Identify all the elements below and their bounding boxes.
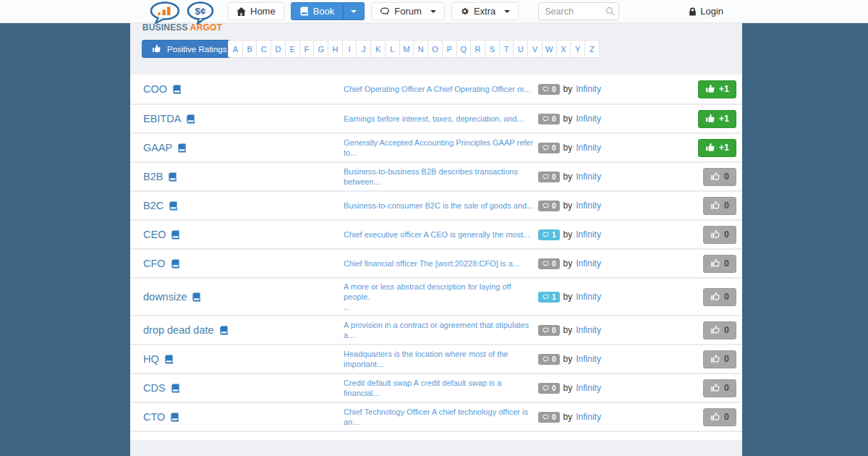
by-label: by [563,258,573,269]
alphabet-letter-b[interactable]: B [242,40,258,58]
chevron-down-icon [504,10,510,13]
thumbs-up-outline-icon [710,354,720,364]
alphabet-letter-f[interactable]: F [299,40,315,58]
alphabet-letter-n[interactable]: N [413,40,428,58]
term-link[interactable]: CFO [143,258,166,269]
brand-logo[interactable]: $¢ BUSINESS ARGOT [140,1,225,33]
alphabet-letter-p[interactable]: P [442,40,457,58]
term-description[interactable]: Chief Technology Officer A chief technol… [344,407,538,427]
book-dropdown-toggle[interactable] [343,2,365,20]
author-link[interactable]: Infinity [576,354,601,364]
rating-button[interactable]: 0 [703,321,736,339]
author-link[interactable]: Infinity [576,200,601,211]
rating-button[interactable]: 0 [703,226,736,244]
alphabet-nav: ABCDEFGHIJKLMNOPQRSTUVWXYZ [228,40,600,58]
thumbs-up-outline-icon [710,172,720,182]
thumbs-up-outline-icon [710,325,720,335]
comment-count-badge: 0 [538,200,560,211]
author-link[interactable]: Infinity [576,143,601,153]
comment-count-badge: 0 [538,143,560,153]
alphabet-letter-j[interactable]: J [356,40,371,58]
alphabet-letter-o[interactable]: O [427,40,443,58]
term-link[interactable]: CTO [143,411,165,423]
term-link[interactable]: GAAP [143,142,172,153]
term-link[interactable]: HQ [143,353,159,365]
author-link[interactable]: Infinity [576,325,601,335]
alphabet-letter-i[interactable]: I [342,40,357,58]
book-icon [169,201,178,211]
term-description[interactable]: Chief financial officer The [wort:20228:… [344,258,538,269]
term-description[interactable]: Chief Operating Officer A Chief Operatin… [344,84,538,94]
alphabet-letter-d[interactable]: D [271,40,286,58]
term-description[interactable]: A provision in a contract or agreement t… [344,320,538,340]
term-link[interactable]: B2C [143,200,163,211]
author-link[interactable]: Infinity [576,172,601,182]
term-link[interactable]: downsize [143,291,187,303]
rating-button[interactable]: 0 [703,288,736,306]
extra-button[interactable]: Extra [451,2,519,20]
brand-name: BUSINESS ARGOT [140,22,225,33]
alphabet-letter-k[interactable]: K [370,40,386,58]
alphabet-letter-m[interactable]: M [399,40,414,58]
book-button[interactable]: Book [291,2,344,20]
alphabet-letter-s[interactable]: S [485,40,500,58]
rating-button[interactable]: +1 [698,80,736,98]
alphabet-letter-c[interactable]: C [256,40,271,58]
book-icon [219,326,229,335]
term-link[interactable]: CDS [143,382,166,394]
thumbs-up-icon [705,84,715,94]
alphabet-letter-u[interactable]: U [513,40,528,58]
term-description[interactable]: Chief executive officer A CEO is general… [344,229,538,240]
navbar: $¢ BUSINESS ARGOT Home Book [130,0,742,35]
alphabet-letter-v[interactable]: V [527,40,542,58]
alphabet-letter-a[interactable]: A [228,40,243,58]
alphabet-letter-l[interactable]: L [385,40,400,58]
term-description[interactable]: A more or less abstract description for … [344,282,538,312]
author-link[interactable]: Infinity [576,229,601,240]
comment-count-badge: 0 [538,172,560,182]
alphabet-letter-x[interactable]: X [556,40,571,58]
rating-button[interactable]: 0 [703,168,736,186]
term-link[interactable]: B2B [143,171,163,182]
alphabet-letter-h[interactable]: H [328,40,343,58]
alphabet-letter-q[interactable]: Q [456,40,472,58]
author-link[interactable]: Infinity [576,383,601,393]
forum-button[interactable]: Forum [371,2,445,20]
term-link[interactable]: drop dead date [143,324,214,336]
rating-button[interactable]: 0 [703,255,736,273]
alphabet-letter-y[interactable]: Y [570,40,585,58]
list-row: drop dead date A provision in a contract… [130,315,742,344]
thumbs-up-outline-icon [710,412,720,422]
author-link[interactable]: Infinity [576,412,601,422]
term-link[interactable]: COO [143,83,167,95]
term-description[interactable]: Headquarters is the location where most … [344,349,538,369]
term-description[interactable]: Business-to-business B2B describes trans… [344,166,538,187]
author-link[interactable]: Infinity [576,114,601,124]
alphabet-letter-t[interactable]: T [499,40,514,58]
alphabet-letter-e[interactable]: E [285,40,300,58]
rating-button[interactable]: 0 [703,197,736,215]
term-link[interactable]: EBITDA [143,113,181,124]
rating-button[interactable]: +1 [698,139,736,157]
term-description[interactable]: Business-to-consumer B2C is the sale of … [344,200,538,211]
author-link[interactable]: Infinity [576,84,601,94]
term-description[interactable]: Generally Accepted Accounting Principles… [344,138,538,158]
alphabet-letter-z[interactable]: Z [584,40,600,58]
thumbs-up-outline-icon [710,258,720,269]
comment-count-badge: 0 [538,412,560,423]
term-link[interactable]: CEO [143,229,166,240]
term-description[interactable]: Earnings before interest, taxes, depreci… [344,114,538,124]
author-link[interactable]: Infinity [576,292,601,302]
alphabet-letter-r[interactable]: R [470,40,485,58]
rating-button[interactable]: 0 [703,408,736,426]
login-button[interactable]: Login [689,2,723,20]
home-icon [237,7,246,16]
home-button[interactable]: Home [228,2,284,20]
rating-button[interactable]: +1 [698,110,736,128]
term-description[interactable]: Credit default swap A credit default swa… [344,378,538,398]
alphabet-letter-g[interactable]: G [313,40,328,58]
rating-button[interactable]: 0 [703,379,736,397]
alphabet-letter-w[interactable]: W [542,40,557,58]
author-link[interactable]: Infinity [576,258,601,269]
rating-button[interactable]: 0 [703,350,736,368]
